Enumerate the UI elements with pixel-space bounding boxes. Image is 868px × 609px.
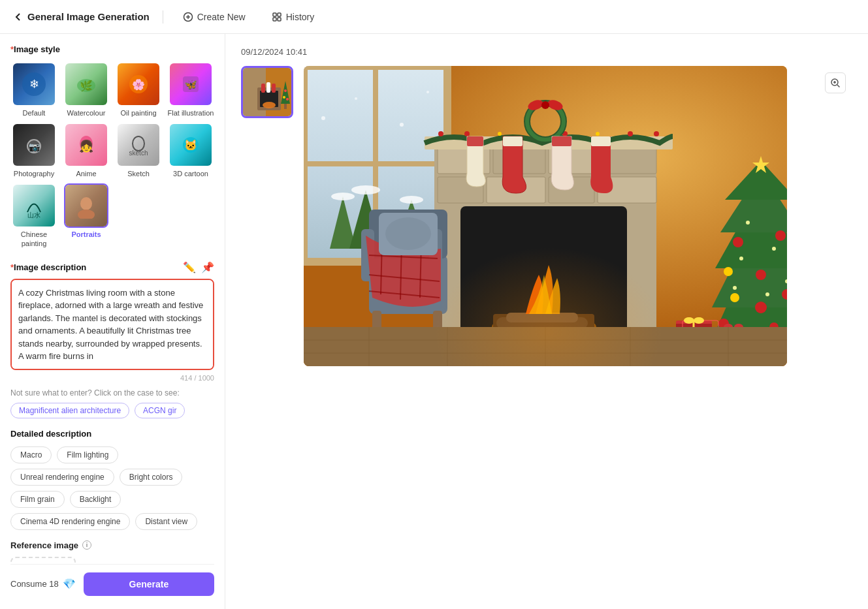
tag-bright-colors[interactable]: Bright colors xyxy=(120,469,183,486)
tag-film-grain[interactable]: Film grain xyxy=(10,491,65,508)
svg-point-55 xyxy=(426,91,429,93)
svg-text:🦋: 🦋 xyxy=(184,78,197,91)
svg-point-96 xyxy=(733,237,743,247)
svg-point-30 xyxy=(263,102,276,108)
style-item-flat[interactable]: 🦋 Flat illustration xyxy=(167,62,214,117)
svg-text:🐱: 🐱 xyxy=(184,139,197,151)
style-item-anime[interactable]: 👧 Anime xyxy=(63,123,110,178)
style-label-portraits: Portraits xyxy=(71,230,101,239)
svg-point-24 xyxy=(80,197,92,210)
history-button[interactable]: History xyxy=(265,8,321,26)
svg-point-19 xyxy=(133,136,144,151)
style-item-portraits[interactable]: Portraits xyxy=(63,183,110,247)
svg-point-37 xyxy=(283,96,285,99)
svg-point-102 xyxy=(730,293,739,302)
header-divider xyxy=(163,10,163,23)
svg-rect-6 xyxy=(278,18,281,21)
style-item-default[interactable]: ❄ Default xyxy=(10,62,57,117)
image-description-input[interactable]: A cozy Christmas living room with a ston… xyxy=(10,279,214,370)
suggestion-chip-0[interactable]: Magnificent alien architecture xyxy=(10,403,129,418)
svg-rect-79 xyxy=(467,136,483,146)
svg-text:❄: ❄ xyxy=(29,78,39,91)
style-item-chinese[interactable]: 山水 Chinesepainting xyxy=(10,183,57,247)
style-item-sketch[interactable]: sketch Sketch xyxy=(115,123,162,178)
svg-point-108 xyxy=(772,247,776,251)
generate-button[interactable]: Generate xyxy=(84,572,214,596)
svg-point-68 xyxy=(498,132,502,136)
suggestion-chip-1[interactable]: ACGN gir xyxy=(135,403,185,418)
tag-cinema4d[interactable]: Cinema 4D rendering engine xyxy=(10,513,130,530)
svg-point-111 xyxy=(733,286,737,290)
char-count: 414 / 1000 xyxy=(10,374,214,382)
style-item-oil[interactable]: 🌸 Oil painting xyxy=(115,62,162,117)
svg-text:🌸: 🌸 xyxy=(132,78,145,91)
desc-header: *Image description ✏️ 📌 xyxy=(10,261,214,273)
image-desc-title: *Image description xyxy=(10,262,86,272)
style-label-flat: Flat illustration xyxy=(168,109,214,117)
svg-point-112 xyxy=(765,292,769,296)
svg-point-36 xyxy=(284,89,287,92)
suggestions-text: Not sure what to enter? Click on the cas… xyxy=(10,388,214,398)
image-style-grid: ❄ Default 🌿 Watercolour 🌸 xyxy=(10,62,214,248)
main-image-wrapper xyxy=(304,66,852,366)
info-icon[interactable]: i xyxy=(82,540,91,550)
left-panel: *Image style ❄ Default 🌿 Watercol xyxy=(0,34,225,609)
image-timestamp: 09/12/2024 10:41 xyxy=(241,47,852,57)
svg-point-78 xyxy=(541,101,549,109)
tag-backlight[interactable]: Backlight xyxy=(70,491,121,508)
svg-point-120 xyxy=(684,317,694,324)
desc-action-icons: ✏️ 📌 xyxy=(183,261,214,273)
main-layout: *Image style ❄ Default 🌿 Watercol xyxy=(0,34,868,609)
diamond-icon: 💎 xyxy=(63,578,76,591)
zoom-button[interactable] xyxy=(825,72,846,93)
image-area xyxy=(241,66,852,366)
pin-icon[interactable]: 📌 xyxy=(201,261,214,273)
tag-film-lighting[interactable]: Film lighting xyxy=(57,446,118,463)
style-item-watercolour[interactable]: 🌿 Watercolour xyxy=(63,62,110,117)
tag-macro[interactable]: Macro xyxy=(10,446,52,463)
left-footer: Consume 18 💎 Generate xyxy=(10,564,214,599)
consume-info: Consume 18 💎 xyxy=(10,578,76,591)
style-item-photography[interactable]: 📷 Photography xyxy=(10,123,57,178)
app-title: General Image Generation xyxy=(27,11,150,22)
svg-text:山水: 山水 xyxy=(27,211,40,219)
tag-distant-view[interactable]: Distant view xyxy=(135,513,197,530)
svg-point-73 xyxy=(654,131,659,136)
svg-point-66 xyxy=(438,131,443,136)
svg-point-50 xyxy=(351,185,380,195)
svg-rect-31 xyxy=(261,84,265,93)
create-new-button[interactable]: Create New xyxy=(176,8,252,26)
svg-point-72 xyxy=(628,131,633,136)
style-label-oil: Oil painting xyxy=(120,109,156,117)
image-style-title: *Image style xyxy=(10,44,214,54)
svg-rect-3 xyxy=(273,13,276,16)
suggestion-chips: Magnificent alien architecture ACGN gir xyxy=(10,403,214,418)
svg-point-67 xyxy=(464,131,470,136)
svg-point-49 xyxy=(331,193,355,200)
svg-rect-5 xyxy=(273,18,276,21)
svg-point-52 xyxy=(321,116,325,120)
svg-point-107 xyxy=(746,221,750,225)
app-header: General Image Generation Create New Hist… xyxy=(0,0,868,34)
svg-point-54 xyxy=(400,123,404,127)
svg-text:🌿: 🌿 xyxy=(80,80,93,92)
thumbnail-0[interactable] xyxy=(241,66,293,118)
svg-rect-33 xyxy=(272,84,276,93)
edit-icon[interactable]: ✏️ xyxy=(183,261,196,273)
reference-image-title: Reference image i xyxy=(10,540,214,550)
svg-point-99 xyxy=(724,267,733,276)
tag-unreal[interactable]: Unreal rendering engine xyxy=(10,469,114,486)
svg-rect-80 xyxy=(503,136,522,146)
style-label-chinese: Chinesepainting xyxy=(21,230,47,247)
style-label-anime: Anime xyxy=(76,170,96,178)
style-item-3d[interactable]: 🐱 3D cartoon xyxy=(167,123,214,178)
svg-line-156 xyxy=(837,85,840,87)
thumbnail-strip xyxy=(241,66,293,118)
back-button[interactable]: General Image Generation xyxy=(13,11,150,22)
svg-point-51 xyxy=(400,196,423,204)
style-label-watercolour: Watercolour xyxy=(67,109,106,117)
detailed-desc-title: Detailed description xyxy=(10,429,214,439)
style-label-3d: 3D cartoon xyxy=(173,170,208,178)
style-label-photo: Photography xyxy=(14,170,54,178)
svg-text:📷: 📷 xyxy=(29,142,40,153)
